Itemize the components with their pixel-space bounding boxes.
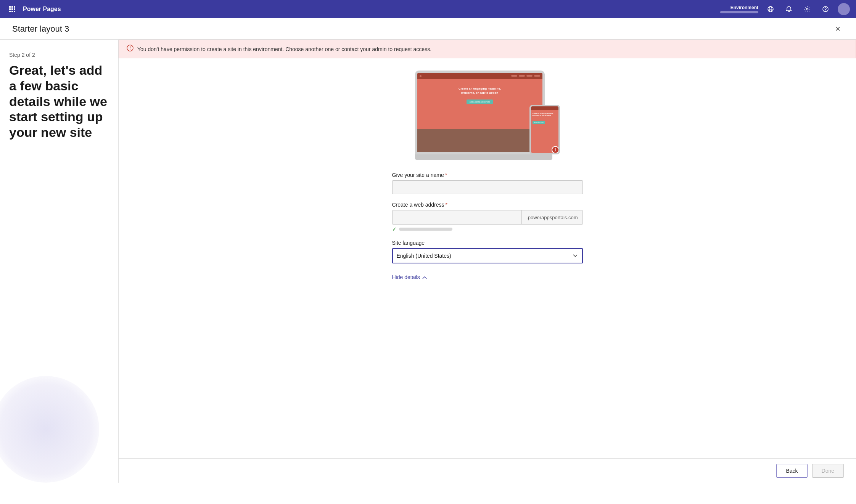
web-address-group: Create a web address* .powerappsportals.… (392, 202, 583, 232)
svg-rect-4 (11, 8, 13, 10)
close-button[interactable]: ✕ (832, 23, 844, 35)
back-button[interactable]: Back (776, 464, 807, 478)
done-button: Done (812, 464, 844, 478)
svg-rect-2 (14, 6, 15, 8)
error-message: You don't have permission to create a si… (137, 46, 431, 52)
web-address-input[interactable] (393, 210, 522, 224)
phone-hero: Create an engaging headline,welcome, or … (531, 110, 558, 127)
web-address-label: Create a web address* (392, 202, 583, 208)
env-label: Environment (730, 5, 758, 10)
site-language-group: Site language English (United States) Fr… (392, 240, 583, 263)
preview-mockup: Create an engaging headline,welcome, or … (415, 71, 560, 160)
chevron-up-icon (422, 274, 427, 280)
env-sub-text (720, 11, 758, 13)
user-avatar[interactable] (838, 3, 850, 15)
svg-rect-8 (14, 11, 15, 12)
web-address-required: * (445, 202, 447, 208)
nav-links (511, 75, 540, 77)
environment-icon[interactable] (764, 3, 777, 15)
laptop-screen-area: Create an engaging headline,welcome, or … (415, 71, 545, 154)
logo-dot (420, 75, 422, 77)
svg-rect-0 (9, 6, 11, 8)
hero-cta: Add a call to action here (467, 100, 493, 104)
web-address-suffix: .powerappsportals.com (521, 210, 582, 224)
step-indicator: Step 2 of 2 (9, 52, 109, 58)
svg-point-14 (825, 11, 826, 11)
laptop-hero: Create an engaging headline,welcome, or … (417, 79, 542, 112)
web-address-wrapper: .powerappsportals.com (392, 210, 583, 225)
svg-rect-6 (9, 11, 11, 12)
bottom-bar: Back Done (119, 458, 856, 483)
site-name-input[interactable] (392, 180, 583, 194)
laptop-base (415, 154, 552, 160)
sidebar: Step 2 of 2 Great, let's add a few basic… (0, 40, 118, 483)
content-area: You don't have permission to create a si… (118, 40, 856, 483)
svg-rect-5 (14, 8, 15, 10)
site-language-label: Site language (392, 240, 583, 246)
notification-icon[interactable] (783, 3, 795, 15)
phone-navbar (531, 106, 558, 110)
hide-details-link[interactable]: Hide details (392, 274, 427, 280)
main-layout: Step 2 of 2 Great, let's add a few basic… (0, 40, 856, 483)
laptop-bottom-section (417, 129, 542, 152)
help-icon[interactable] (819, 3, 832, 15)
header-bar: Starter layout 3 ✕ (0, 18, 856, 40)
svg-rect-3 (9, 8, 11, 10)
app-title: Power Pages (23, 6, 716, 13)
topbar: Power Pages Environment (0, 0, 856, 18)
page-title: Starter layout 3 (12, 24, 69, 34)
laptop-screen: Create an engaging headline,welcome, or … (417, 73, 542, 152)
hide-details-label: Hide details (392, 274, 420, 280)
phone-mockup: Create an engaging headline,welcome, or … (529, 105, 560, 154)
topbar-right: Environment (720, 3, 850, 15)
waffle-icon[interactable] (6, 3, 18, 15)
phone-title: Create an engaging headline,welcome, or … (533, 112, 557, 116)
site-name-required: * (445, 172, 447, 178)
site-setup-form: Give your site a name* Create a web addr… (392, 172, 583, 281)
phone-screen: Create an engaging headline,welcome, or … (531, 106, 558, 153)
error-banner: You don't have permission to create a si… (119, 40, 856, 58)
validation-text (399, 228, 452, 231)
content-scroll: Create an engaging headline,welcome, or … (119, 58, 856, 458)
site-name-group: Give your site a name* (392, 172, 583, 194)
svg-rect-7 (11, 11, 13, 12)
phone-badge: 1 (552, 146, 559, 154)
error-icon (127, 45, 134, 53)
hero-title: Create an engaging headline,welcome, or … (421, 87, 539, 95)
settings-icon[interactable] (801, 3, 813, 15)
validation-check-icon: ✓ (392, 226, 397, 232)
svg-point-17 (130, 49, 130, 50)
environment-info: Environment (720, 5, 758, 13)
svg-point-12 (806, 8, 808, 10)
web-address-validation: ✓ (392, 226, 583, 232)
site-language-select[interactable]: English (United States) French (France) … (392, 248, 583, 263)
sidebar-heading: Great, let's add a few basic details whi… (9, 63, 109, 140)
laptop-navbar (417, 73, 542, 79)
svg-rect-1 (11, 6, 13, 8)
site-name-label: Give your site a name* (392, 172, 583, 178)
sidebar-decoration (0, 376, 99, 483)
phone-cta: Add a call to action (533, 121, 545, 124)
